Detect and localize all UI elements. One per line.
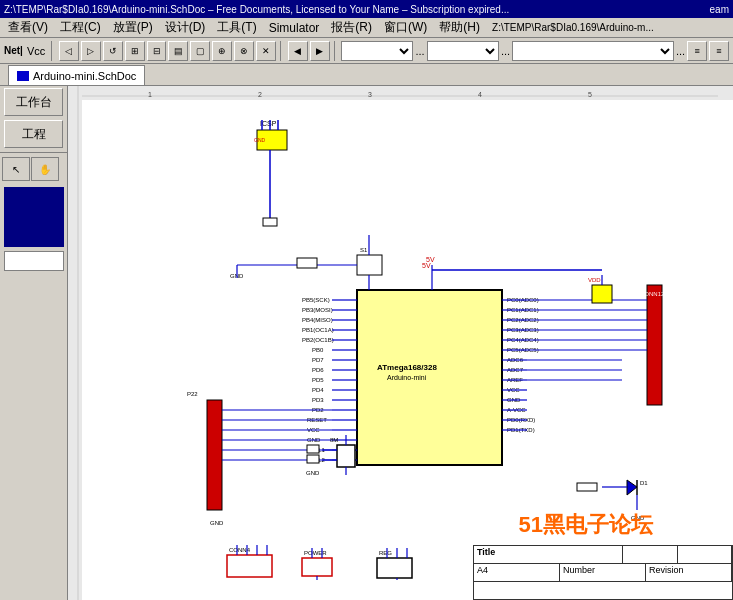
toolbar-btn-12[interactable]: ▶ — [310, 41, 330, 61]
toolbar-btn-4[interactable]: ⊞ — [125, 41, 145, 61]
svg-text:2: 2 — [258, 91, 262, 98]
title-block: Title A4 Number Revision — [473, 545, 733, 600]
svg-text:P22: P22 — [187, 391, 198, 397]
svg-text:1: 1 — [148, 91, 152, 98]
svg-text:PB5(SCK): PB5(SCK) — [302, 297, 330, 303]
title-block-revision: Revision — [646, 564, 732, 581]
svg-text:Arduino-mini: Arduino-mini — [387, 374, 427, 381]
svg-rect-7 — [68, 86, 82, 600]
tab-label: Arduino-mini.SchDoc — [33, 70, 136, 82]
menu-simulator[interactable]: Simulator — [263, 19, 326, 37]
title-block-size: A4 — [474, 564, 560, 581]
svg-text:PD6: PD6 — [312, 367, 324, 373]
team-label: eam — [710, 4, 729, 15]
toolbar-btn-8[interactable]: ⊕ — [212, 41, 232, 61]
menu-bar: 查看(V) 工程(C) 放置(P) 设计(D) 工具(T) Simulator … — [0, 18, 733, 38]
main-layout: 工作台 工程 ↖ ✋ 1 2 3 4 5 — [0, 86, 733, 600]
toolbar-dropdown-2[interactable] — [427, 41, 499, 61]
sidebar-btn-project[interactable]: 工程 — [4, 120, 63, 148]
menu-reports[interactable]: 报告(R) — [325, 17, 378, 38]
svg-text:PD7: PD7 — [312, 357, 324, 363]
toolbar-btn-6[interactable]: ▤ — [168, 41, 188, 61]
sidebar-sep — [0, 152, 67, 153]
svg-text:PB1(OC1A): PB1(OC1A) — [302, 327, 334, 333]
svg-text:D1: D1 — [640, 480, 648, 486]
title-block-title-value — [623, 546, 677, 563]
vcc-label: Vcc — [27, 45, 45, 57]
toolbar-dropdown-1[interactable] — [341, 41, 413, 61]
svg-rect-128 — [307, 455, 319, 463]
svg-text:S1: S1 — [360, 247, 368, 253]
toolbar-ellipsis-3: ... — [676, 45, 685, 57]
toolbar-btn-1[interactable]: ◁ — [59, 41, 79, 61]
sidebar-tools: ↖ ✋ — [0, 155, 67, 183]
svg-text:REG: REG — [379, 550, 392, 556]
svg-rect-137 — [302, 558, 332, 576]
toolbar-btn-9[interactable]: ⊗ — [234, 41, 254, 61]
svg-text:PD4: PD4 — [312, 387, 324, 393]
svg-text:GND: GND — [210, 520, 224, 526]
title-block-row-2: A4 Number Revision — [474, 564, 732, 582]
schematic-area[interactable]: 1 2 3 4 5 ICSP — [68, 86, 733, 600]
watermark: 51黑电子论坛 — [519, 510, 653, 540]
sidebar-panel-white — [4, 251, 64, 271]
toolbar-btn-14[interactable]: ≡ — [709, 41, 729, 61]
toolbar-dropdown-3[interactable] — [512, 41, 674, 61]
ruler-vertical — [68, 86, 82, 600]
svg-text:GND: GND — [306, 470, 320, 476]
toolbar-btn-2[interactable]: ▷ — [81, 41, 101, 61]
menu-tools[interactable]: 工具(T) — [211, 17, 262, 38]
svg-rect-19 — [357, 290, 502, 465]
toolbar: Net| Vcc ◁ ▷ ↺ ⊞ ⊟ ▤ ▢ ⊕ ⊗ ✕ ◀ ▶ ... ...… — [0, 38, 733, 64]
svg-rect-0 — [68, 86, 733, 100]
title-block-title-label: Title — [474, 546, 623, 563]
schematic-svg: ICSP GND ATmega168/328 Arduino-mini PB5(… — [82, 100, 732, 580]
sidebar-tool-arrow[interactable]: ↖ — [2, 157, 30, 181]
menu-project[interactable]: 工程(C) — [54, 17, 107, 38]
tab-icon — [17, 71, 29, 81]
svg-text:CONN12: CONN12 — [640, 291, 665, 297]
svg-text:PB0: PB0 — [312, 347, 324, 353]
menu-help[interactable]: 帮助(H) — [433, 17, 486, 38]
svg-rect-95 — [207, 400, 222, 510]
menu-view[interactable]: 查看(V) — [2, 17, 54, 38]
svg-text:8M: 8M — [330, 437, 338, 443]
svg-rect-18 — [263, 218, 277, 226]
svg-rect-121 — [337, 445, 355, 467]
toolbar-btn-11[interactable]: ◀ — [288, 41, 308, 61]
svg-rect-126 — [307, 445, 319, 453]
sidebar-tool-pan[interactable]: ✋ — [31, 157, 59, 181]
toolbar-btn-7[interactable]: ▢ — [190, 41, 210, 61]
svg-text:VDD: VDD — [588, 277, 601, 283]
toolbar-ellipsis-2: ... — [501, 45, 510, 57]
net-label: Net| — [4, 45, 23, 56]
toolbar-sep-3 — [334, 41, 338, 61]
toolbar-btn-13[interactable]: ≡ — [687, 41, 707, 61]
menu-place[interactable]: 放置(P) — [107, 17, 159, 38]
menu-window[interactable]: 窗口(W) — [378, 17, 433, 38]
title-block-number: Number — [560, 564, 646, 581]
toolbar-sep-2 — [280, 41, 284, 61]
tab-schematic[interactable]: Arduino-mini.SchDoc — [8, 65, 145, 85]
svg-text:PD5: PD5 — [312, 377, 324, 383]
svg-rect-118 — [577, 483, 597, 491]
svg-text:5V: 5V — [422, 262, 431, 269]
svg-rect-130 — [227, 555, 272, 577]
svg-text:POWER: POWER — [304, 550, 327, 556]
menu-path: Z:\TEMP\Rar$DIa0.169\Arduino-m... — [486, 20, 660, 35]
toolbar-btn-5[interactable]: ⊟ — [147, 41, 167, 61]
title-text: Z:\TEMP\Rar$DIa0.169\Arduino-mini.SchDoc… — [4, 4, 509, 15]
title-block-title-extra — [678, 546, 732, 563]
ruler-horizontal: 1 2 3 4 5 — [68, 86, 733, 100]
svg-text:PB2(OC1B): PB2(OC1B) — [302, 337, 334, 343]
svg-text:PB3(MOSI): PB3(MOSI) — [302, 307, 333, 313]
toolbar-btn-3[interactable]: ↺ — [103, 41, 123, 61]
svg-rect-84 — [647, 285, 662, 405]
sidebar-btn-workspace[interactable]: 工作台 — [4, 88, 63, 116]
svg-rect-109 — [297, 258, 317, 268]
sidebar: 工作台 工程 ↖ ✋ — [0, 86, 68, 600]
menu-design[interactable]: 设计(D) — [159, 17, 212, 38]
svg-text:PD3: PD3 — [312, 397, 324, 403]
toolbar-btn-10[interactable]: ✕ — [256, 41, 276, 61]
tab-bar: Arduino-mini.SchDoc — [0, 64, 733, 86]
